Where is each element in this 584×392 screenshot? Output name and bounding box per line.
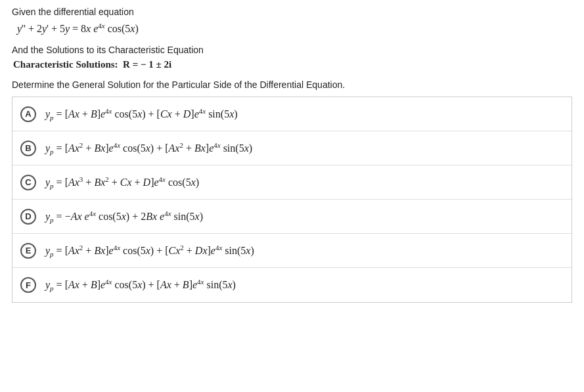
determine-text: Determine the General Solution for the P… [12, 79, 572, 90]
option-row-b[interactable]: B yp = [Ax2 + Bx]e4x cos(5x) + [Ax2 + Bx… [12, 131, 572, 165]
option-circle-e: E [20, 243, 36, 259]
char-eq-text: And the Solutions to its Characteristic … [12, 45, 572, 55]
option-a-formula: yp = [Ax + B]e4x cos(5x) + [Cx + D]e4x s… [45, 108, 238, 120]
option-circle-d: D [20, 209, 36, 225]
option-circle-b: B [20, 141, 36, 156]
option-row-f[interactable]: F yp = [Ax + B]e4x cos(5x) + [Ax + B]e4x… [12, 268, 572, 302]
option-circle-c: C [20, 175, 36, 190]
option-row-a[interactable]: A yp = [Ax + B]e4x cos(5x) + [Cx + D]e4x… [12, 97, 572, 131]
intro-text: Given the differential equation [12, 7, 572, 17]
option-f-formula: yp = [Ax + B]e4x cos(5x) + [Ax + B]e4x s… [45, 279, 236, 291]
option-d-formula: yp = −Ax e4x cos(5x) + 2Bx e4x sin(5x) [45, 211, 203, 223]
option-circle-a: A [20, 106, 36, 122]
option-b-formula: yp = [Ax2 + Bx]e4x cos(5x) + [Ax2 + Bx]e… [45, 142, 252, 154]
option-row-c[interactable]: C yp = [Ax3 + Bx2 + Cx + D]e4x cos(5x) [12, 165, 572, 200]
option-c-formula: yp = [Ax3 + Bx2 + Cx + D]e4x cos(5x) [45, 177, 199, 188]
option-row-e[interactable]: E yp = [Ax2 + Bx]e4x cos(5x) + [Cx2 + Dx… [12, 234, 572, 268]
main-equation: y'' + 2y' + 5y = 8x e4x cos(5x) [17, 22, 572, 35]
option-e-formula: yp = [Ax2 + Bx]e4x cos(5x) + [Cx2 + Dx]e… [45, 245, 254, 257]
option-circle-f: F [20, 277, 36, 293]
option-row-d[interactable]: D yp = −Ax e4x cos(5x) + 2Bx e4x sin(5x) [12, 200, 572, 234]
char-solutions: Characteristic Solutions: R = − 1 ± 2i [13, 59, 572, 70]
options-container: A yp = [Ax + B]e4x cos(5x) + [Cx + D]e4x… [12, 97, 572, 303]
